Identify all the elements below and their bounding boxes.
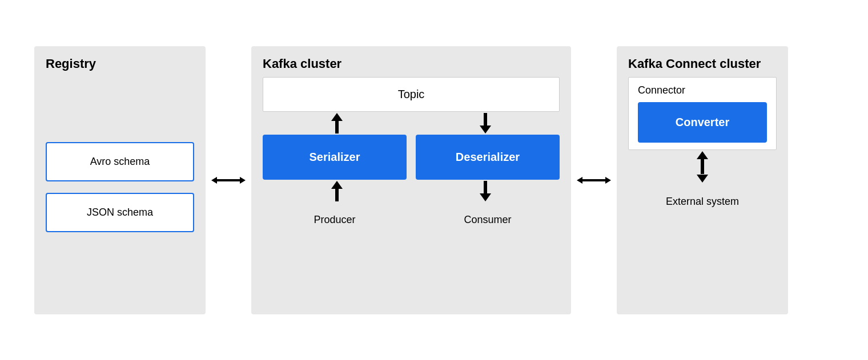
down-arrow-2-svg — [480, 181, 491, 201]
avro-schema-box: Avro schema — [46, 142, 194, 181]
json-schema-label: JSON schema — [87, 207, 153, 218]
ser-deser-row: Serializer Deserializer — [263, 135, 560, 180]
producer-to-serializer-arrow — [331, 181, 343, 201]
bidirectional-arrow-svg — [211, 175, 246, 186]
svg-marker-16 — [697, 175, 708, 183]
up-arrow-2-svg — [331, 181, 343, 201]
registry-title: Registry — [34, 46, 206, 77]
svg-rect-15 — [701, 159, 704, 174]
external-system-box: External system — [640, 184, 765, 219]
svg-marker-10 — [480, 193, 491, 201]
svg-marker-13 — [605, 177, 611, 184]
producer-label: Producer — [314, 214, 355, 225]
svg-marker-0 — [211, 177, 217, 184]
serializer-to-topic-arrow — [331, 113, 343, 134]
diagram-container: Registry Avro schema JSON schema Kafka c… — [23, 18, 845, 343]
svg-marker-2 — [240, 177, 246, 184]
svg-rect-9 — [484, 181, 487, 193]
json-schema-box: JSON schema — [46, 193, 194, 232]
serializer-box: Serializer — [263, 135, 407, 180]
kafka-inner: Topic — [251, 77, 571, 314]
avro-schema-label: Avro schema — [90, 156, 150, 167]
converter-box: Converter — [638, 102, 767, 143]
kafka-cluster-title: Kafka cluster — [251, 46, 571, 77]
vertical-bidirectional-arrow-svg — [697, 151, 708, 183]
external-system-label: External system — [666, 196, 739, 207]
up-arrow-svg — [331, 113, 343, 134]
topic-arrows-row — [263, 112, 560, 135]
topic-to-deserializer-arrow — [480, 113, 491, 134]
topic-label: Topic — [398, 88, 425, 100]
producer-box: Producer — [263, 203, 407, 237]
svg-marker-11 — [577, 177, 582, 184]
kafka-connect-panel: Kafka Connect cluster Connector Converte… — [617, 46, 788, 314]
prod-cons-row: Producer Consumer — [263, 203, 560, 249]
consumer-box: Consumer — [416, 203, 560, 237]
svg-rect-8 — [335, 189, 339, 201]
svg-rect-4 — [335, 121, 339, 134]
topic-box: Topic — [263, 77, 560, 112]
registry-panel: Registry Avro schema JSON schema — [34, 46, 206, 314]
consumer-label: Consumer — [464, 214, 511, 225]
converter-label: Converter — [676, 116, 729, 128]
svg-marker-14 — [697, 151, 708, 159]
svg-marker-7 — [331, 181, 343, 189]
svg-rect-12 — [582, 179, 605, 181]
deserializer-label: Deserializer — [456, 151, 520, 163]
svg-rect-1 — [217, 179, 240, 181]
connector-label: Connector — [638, 84, 767, 96]
deserializer-box: Deserializer — [416, 135, 560, 180]
connector-box: Connector Converter — [628, 77, 777, 150]
connect-inner: Connector Converter External system — [617, 77, 788, 314]
down-arrow-svg — [480, 113, 491, 134]
kafka-cluster-panel: Kafka cluster Topic — [251, 46, 571, 314]
deserializer-to-consumer-arrow — [480, 181, 491, 201]
bottom-arrows-row — [263, 180, 560, 203]
svg-marker-3 — [331, 113, 343, 121]
svg-rect-5 — [484, 113, 487, 126]
svg-marker-6 — [480, 126, 491, 134]
kafka-connect-title: Kafka Connect cluster — [617, 46, 788, 77]
kafka-connect-arrow — [571, 175, 617, 186]
connect-ext-arrow — [628, 150, 777, 184]
registry-kafka-arrow — [206, 175, 251, 186]
bidirectional-arrow-2-svg — [577, 175, 611, 186]
serializer-label: Serializer — [310, 151, 360, 163]
registry-schemas: Avro schema JSON schema — [34, 77, 206, 303]
